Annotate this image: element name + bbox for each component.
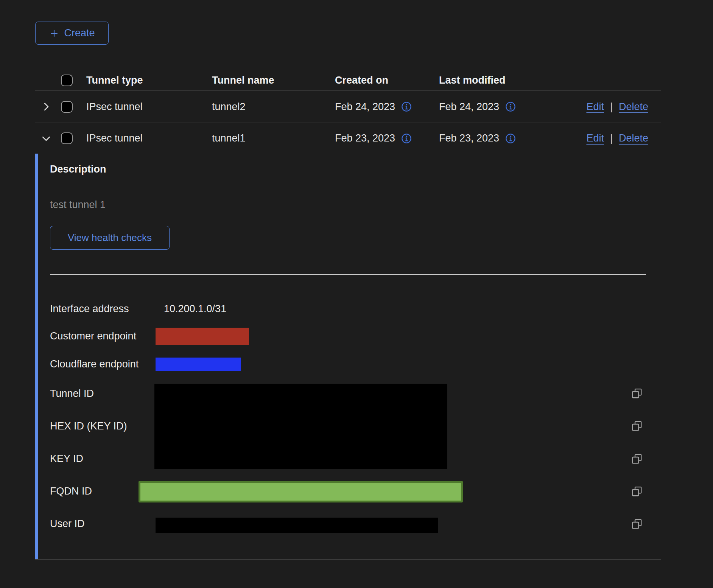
- copy-icon[interactable]: [631, 453, 643, 465]
- copy-icon[interactable]: [631, 486, 643, 497]
- row-checkbox[interactable]: [61, 132, 73, 144]
- tunnel-type-cell: IPsec tunnel: [86, 101, 212, 113]
- description-value: test tunnel 1: [50, 199, 106, 211]
- copy-icon[interactable]: [631, 518, 643, 530]
- select-all-checkbox[interactable]: [61, 75, 73, 86]
- table-bottom-border: [35, 559, 661, 560]
- redacted-tunnel-hex-key-ids: [154, 384, 447, 469]
- info-icon[interactable]: [505, 133, 516, 144]
- tunnels-page: Create Tunnel type Tunnel name Created o…: [0, 0, 713, 588]
- info-icon[interactable]: [505, 101, 516, 112]
- action-separator: |: [610, 132, 613, 144]
- description-heading: Description: [50, 163, 106, 175]
- last-modified-cell: Feb 24, 2023: [439, 101, 499, 113]
- delete-link[interactable]: Delete: [619, 101, 648, 113]
- field-label-fqdn-id: FQDN ID: [50, 485, 92, 498]
- last-modified-cell: Feb 23, 2023: [439, 132, 499, 144]
- chevron-down-icon[interactable]: [40, 133, 52, 144]
- copy-icon[interactable]: [631, 388, 643, 399]
- field-label-user-id: User ID: [50, 518, 85, 530]
- column-header-tunnel-type: Tunnel type: [86, 75, 212, 86]
- tunnel-name-cell: tunnel2: [212, 101, 335, 113]
- redacted-customer-endpoint: [156, 328, 249, 345]
- created-on-cell: Feb 23, 2023: [335, 132, 395, 144]
- action-separator: |: [610, 101, 613, 113]
- edit-link[interactable]: Edit: [586, 132, 604, 144]
- tunnels-table: Tunnel type Tunnel name Created on Last …: [35, 70, 661, 154]
- info-icon[interactable]: [401, 133, 412, 144]
- expanded-row-indicator-bar: [35, 154, 38, 559]
- column-header-created-on: Created on: [335, 75, 439, 86]
- field-label-key-id: KEY ID: [50, 453, 83, 465]
- create-button-label: Create: [64, 27, 95, 39]
- edit-link[interactable]: Edit: [586, 101, 604, 113]
- plus-icon: [49, 28, 59, 39]
- info-icon[interactable]: [401, 101, 412, 112]
- tunnel-name-cell: tunnel1: [212, 132, 335, 144]
- table-row: IPsec tunnel tunnel2 Feb 24, 2023 Feb 24…: [35, 91, 661, 123]
- redacted-fqdn-id: [139, 481, 463, 502]
- field-label-tunnel-id: Tunnel ID: [50, 387, 94, 400]
- table-row: IPsec tunnel tunnel1 Feb 23, 2023 Feb 23…: [35, 123, 661, 154]
- redacted-user-id: [156, 518, 438, 533]
- view-health-checks-button[interactable]: View health checks: [50, 226, 170, 250]
- field-label-customer-endpoint: Customer endpoint: [50, 330, 136, 342]
- field-label-cloudflare-endpoint: Cloudflare endpoint: [50, 358, 139, 370]
- column-header-tunnel-name: Tunnel name: [212, 75, 335, 86]
- column-header-last-modified: Last modified: [439, 75, 543, 86]
- redacted-cloudflare-endpoint: [156, 358, 241, 371]
- chevron-right-icon[interactable]: [40, 101, 52, 112]
- field-label-hex-id: HEX ID (KEY ID): [50, 420, 127, 432]
- tunnel-type-cell: IPsec tunnel: [86, 132, 212, 144]
- field-label-interface-address: Interface address: [50, 303, 129, 315]
- table-header-row: Tunnel type Tunnel name Created on Last …: [35, 70, 661, 91]
- interface-address-value: 10.200.1.0/31: [164, 303, 226, 315]
- created-on-cell: Feb 24, 2023: [335, 101, 395, 113]
- section-divider: [50, 274, 646, 275]
- copy-icon[interactable]: [631, 420, 643, 432]
- create-button[interactable]: Create: [35, 22, 109, 45]
- delete-link[interactable]: Delete: [619, 132, 648, 144]
- row-checkbox[interactable]: [61, 101, 73, 113]
